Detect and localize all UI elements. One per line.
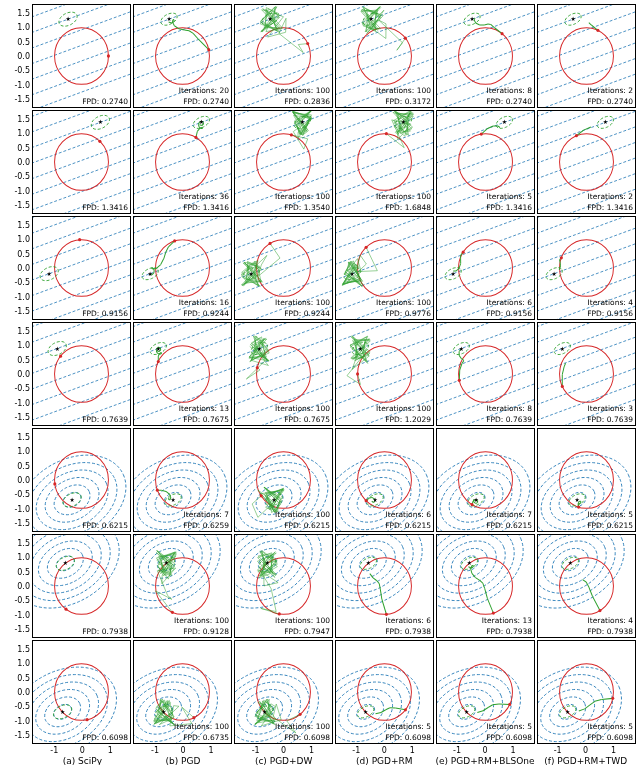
subplot: ★ Iterations: 5FPD: 1.3416 bbox=[436, 110, 535, 214]
iterations-label: Iterations: 7 bbox=[184, 510, 229, 519]
fpd-label: FPD: 0.6098 bbox=[486, 733, 532, 742]
y-tick: 1.5 bbox=[0, 220, 30, 229]
svg-line-729 bbox=[437, 333, 534, 377]
svg-line-369 bbox=[538, 111, 635, 151]
x-tick: 0 bbox=[374, 746, 394, 755]
svg-line-5 bbox=[33, 5, 130, 36]
svg-point-287 bbox=[290, 133, 293, 136]
y-tick: 0.5 bbox=[0, 461, 30, 470]
subplot: ★ Iterations: 2FPD: 0.2740 bbox=[537, 4, 636, 108]
svg-line-1027 bbox=[480, 580, 483, 583]
subplot: ★ Iterations: 100FPD: 0.6735 bbox=[133, 640, 232, 744]
svg-line-295 bbox=[336, 111, 433, 136]
svg-line-595 bbox=[134, 323, 231, 330]
svg-line-2 bbox=[33, 39, 130, 83]
svg-line-412 bbox=[156, 265, 160, 269]
x-tick: 0 bbox=[173, 746, 193, 755]
svg-point-905 bbox=[134, 535, 223, 615]
svg-line-238 bbox=[235, 123, 332, 167]
fpd-label: FPD: 1.3416 bbox=[183, 203, 229, 212]
svg-point-906 bbox=[134, 535, 231, 625]
svg-point-759 bbox=[560, 346, 614, 403]
subplot: ★ Iterations: 100FPD: 0.7947 bbox=[234, 534, 333, 638]
fpd-label: FPD: 0.9776 bbox=[385, 309, 431, 318]
svg-line-619 bbox=[235, 333, 332, 377]
svg-line-1046 bbox=[593, 596, 600, 610]
iterations-label: Iterations: 100 bbox=[275, 510, 330, 519]
svg-point-899 bbox=[64, 608, 67, 611]
iterations-label: Iterations: 36 bbox=[179, 192, 229, 201]
svg-line-1172 bbox=[386, 708, 390, 710]
svg-line-801 bbox=[252, 504, 258, 517]
svg-line-194 bbox=[33, 154, 130, 198]
subplot: ★ Iterations: 6FPD: 0.6215 bbox=[335, 428, 434, 532]
subplot: ★ Iterations: 100FPD: 0.7675 bbox=[234, 322, 333, 426]
svg-point-362 bbox=[480, 132, 483, 135]
svg-line-357 bbox=[487, 126, 493, 129]
svg-line-212 bbox=[134, 111, 231, 151]
subplot: ★ Iterations: 2FPD: 1.3416 bbox=[537, 110, 636, 214]
svg-line-386 bbox=[33, 240, 130, 284]
svg-line-409 bbox=[166, 247, 169, 252]
iterations-label: Iterations: 100 bbox=[275, 616, 330, 625]
iterations-label: Iterations: 4 bbox=[588, 616, 633, 625]
svg-line-1024 bbox=[487, 598, 493, 613]
svg-line-367 bbox=[538, 139, 635, 183]
svg-text:★: ★ bbox=[262, 708, 267, 715]
x-tick: -1 bbox=[447, 746, 467, 755]
svg-line-100 bbox=[336, 24, 433, 68]
svg-line-542 bbox=[437, 217, 534, 221]
svg-point-1206 bbox=[611, 697, 614, 700]
x-tick: 0 bbox=[274, 746, 294, 755]
iterations-label: Iterations: 5 bbox=[487, 722, 532, 731]
svg-line-351 bbox=[437, 111, 534, 120]
svg-line-370 bbox=[538, 111, 635, 136]
svg-text:★: ★ bbox=[401, 118, 406, 125]
svg-line-732 bbox=[437, 323, 534, 330]
svg-line-377 bbox=[584, 127, 591, 130]
svg-line-396 bbox=[134, 318, 231, 319]
y-tick: -1.0 bbox=[0, 398, 30, 407]
svg-line-381 bbox=[33, 318, 130, 319]
x-tick: 0 bbox=[72, 746, 92, 755]
subplot: ★ FPD: 0.2740 bbox=[32, 4, 131, 108]
svg-point-874 bbox=[470, 503, 473, 506]
fpd-label: FPD: 0.2740 bbox=[183, 97, 229, 106]
svg-line-350 bbox=[437, 111, 534, 136]
svg-line-554 bbox=[538, 318, 635, 319]
svg-line-403 bbox=[134, 217, 231, 252]
svg-line-3 bbox=[33, 24, 130, 68]
svg-text:★: ★ bbox=[148, 270, 153, 277]
column-label: (c) PGD+DW bbox=[233, 756, 334, 765]
fpd-label: FPD: 0.6735 bbox=[183, 733, 229, 742]
y-tick: -0.5 bbox=[0, 278, 30, 287]
svg-line-110 bbox=[397, 43, 403, 51]
svg-point-407 bbox=[156, 240, 210, 297]
svg-line-885 bbox=[580, 501, 581, 502]
svg-line-1047 bbox=[589, 587, 593, 597]
svg-line-99 bbox=[336, 39, 433, 83]
y-tick: -0.5 bbox=[0, 384, 30, 393]
svg-text:★: ★ bbox=[469, 15, 474, 22]
svg-line-963 bbox=[264, 583, 278, 586]
svg-point-13 bbox=[107, 54, 110, 57]
subplot-grid: ★ FPD: 0.2740 ★ Iterations: 20FPD: 0.274… bbox=[32, 4, 636, 744]
svg-line-388 bbox=[33, 217, 130, 252]
svg-line-349 bbox=[437, 111, 534, 151]
svg-point-1057 bbox=[33, 660, 119, 743]
svg-point-770 bbox=[33, 448, 128, 531]
svg-point-245 bbox=[257, 134, 311, 191]
x-tick: 1 bbox=[100, 746, 120, 755]
subplot: ★ Iterations: 100FPD: 1.3540 bbox=[234, 110, 333, 214]
svg-point-232 bbox=[194, 136, 197, 139]
fpd-label: FPD: 1.3416 bbox=[587, 203, 633, 212]
svg-point-1021 bbox=[437, 535, 526, 615]
iterations-label: Iterations: 4 bbox=[588, 298, 633, 307]
svg-line-155 bbox=[437, 24, 534, 68]
svg-text:★: ★ bbox=[65, 15, 70, 22]
svg-point-1061 bbox=[86, 718, 89, 721]
svg-line-211 bbox=[134, 123, 231, 167]
svg-line-111 bbox=[379, 20, 403, 43]
svg-line-761 bbox=[562, 367, 564, 375]
svg-line-563 bbox=[538, 217, 635, 221]
